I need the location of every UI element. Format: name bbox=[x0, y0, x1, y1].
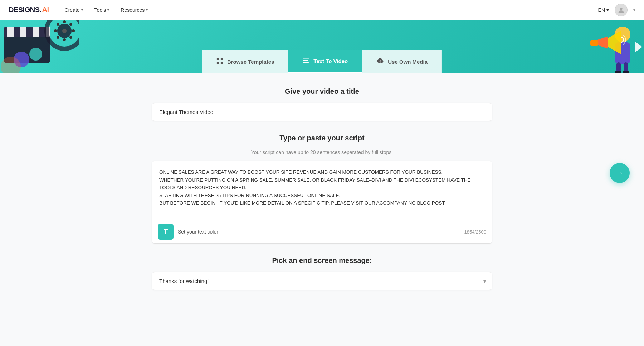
svg-marker-26 bbox=[608, 31, 621, 54]
arrow-right-icon: → bbox=[616, 168, 624, 178]
tabs-container: Browse Templates Text To Video Use Own bbox=[202, 50, 442, 73]
lines-icon bbox=[303, 57, 310, 66]
next-button[interactable]: → bbox=[610, 163, 630, 183]
chevron-down-icon: ▾ bbox=[81, 8, 83, 12]
svg-point-10 bbox=[62, 29, 67, 33]
end-screen-dropdown[interactable]: Thanks for watching! Subscribe for more!… bbox=[152, 272, 492, 290]
user-chevron[interactable]: ▾ bbox=[633, 8, 635, 13]
svg-rect-36 bbox=[303, 58, 309, 59]
svg-point-13 bbox=[54, 29, 57, 32]
hero-banner: Browse Templates Text To Video Use Own bbox=[0, 20, 644, 73]
svg-point-17 bbox=[57, 36, 59, 39]
hero-right-decoration bbox=[565, 20, 644, 73]
hero-left-decoration bbox=[0, 20, 79, 73]
char-count: 1854/2500 bbox=[464, 229, 486, 235]
svg-point-0 bbox=[620, 7, 622, 10]
svg-point-12 bbox=[63, 38, 66, 41]
svg-rect-32 bbox=[217, 58, 219, 60]
language-selector[interactable]: EN ▾ bbox=[598, 7, 609, 13]
end-screen-heading: Pick an end screen message: bbox=[152, 256, 492, 265]
svg-point-16 bbox=[69, 36, 72, 39]
svg-rect-38 bbox=[303, 62, 309, 63]
script-subtitle: Your script can have up to 20 sentences … bbox=[152, 149, 492, 155]
svg-marker-24 bbox=[597, 36, 608, 49]
svg-point-20 bbox=[29, 48, 42, 61]
script-footer: T Set your text color 1854/2500 bbox=[152, 220, 492, 243]
script-box: ONLINE SALES ARE A GREAT WAY TO BOOST YO… bbox=[152, 161, 492, 244]
video-title-section: Give your video a title bbox=[152, 87, 492, 121]
svg-point-15 bbox=[57, 23, 59, 26]
main-content: Give your video a title Type or paste yo… bbox=[143, 73, 501, 325]
tab-browse-templates[interactable]: Browse Templates bbox=[202, 50, 288, 73]
svg-rect-25 bbox=[590, 40, 598, 46]
chevron-down-icon: ▾ bbox=[107, 8, 109, 12]
svg-rect-34 bbox=[217, 62, 219, 64]
nav-tools[interactable]: Tools ▾ bbox=[90, 4, 114, 16]
user-avatar[interactable] bbox=[615, 4, 628, 16]
script-textarea[interactable]: ONLINE SALES ARE A GREAT WAY TO BOOST YO… bbox=[152, 161, 492, 218]
cloud-upload-icon bbox=[376, 57, 384, 66]
svg-rect-29 bbox=[615, 71, 621, 73]
svg-rect-37 bbox=[303, 60, 308, 61]
nav-menu: Create ▾ Tools ▾ Resources ▾ bbox=[60, 4, 152, 16]
grid-icon bbox=[216, 57, 224, 66]
script-section: Type or paste your script Your script ca… bbox=[152, 134, 492, 244]
svg-rect-4 bbox=[20, 27, 26, 37]
svg-rect-5 bbox=[33, 27, 39, 37]
tab-text-to-video[interactable]: Text To Video bbox=[288, 50, 362, 73]
text-color-button[interactable]: T bbox=[158, 224, 174, 240]
svg-rect-28 bbox=[624, 62, 628, 72]
svg-rect-27 bbox=[616, 62, 621, 72]
navbar-right: EN ▾ ▾ bbox=[598, 4, 635, 16]
video-title-input[interactable] bbox=[152, 103, 492, 121]
nav-create[interactable]: Create ▾ bbox=[60, 4, 87, 16]
svg-point-14 bbox=[72, 29, 75, 32]
chevron-down-icon: ▾ bbox=[146, 8, 148, 12]
navbar: DESIGNS.Ai Create ▾ Tools ▾ Resources ▾ … bbox=[0, 0, 644, 20]
video-title-heading: Give your video a title bbox=[152, 87, 492, 96]
tab-use-own-media[interactable]: Use Own Media bbox=[362, 50, 442, 73]
script-heading: Type or paste your script bbox=[152, 134, 492, 142]
svg-rect-33 bbox=[221, 58, 223, 60]
svg-rect-30 bbox=[623, 71, 629, 73]
svg-rect-35 bbox=[221, 62, 223, 64]
svg-marker-31 bbox=[635, 42, 642, 52]
end-screen-dropdown-wrapper: Thanks for watching! Subscribe for more!… bbox=[152, 272, 492, 290]
svg-point-18 bbox=[69, 23, 72, 26]
svg-point-11 bbox=[63, 20, 66, 23]
set-text-color-label: Set your text color bbox=[178, 229, 218, 235]
nav-resources[interactable]: Resources ▾ bbox=[116, 4, 152, 16]
logo[interactable]: DESIGNS.Ai bbox=[9, 6, 49, 14]
end-screen-section: Pick an end screen message: Thanks for w… bbox=[152, 256, 492, 290]
chevron-down-icon: ▾ bbox=[606, 7, 609, 13]
svg-rect-3 bbox=[7, 27, 14, 37]
